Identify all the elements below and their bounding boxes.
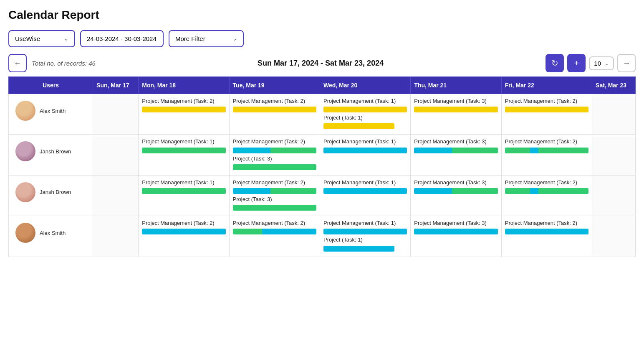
user-name: Alex Smith bbox=[40, 230, 66, 236]
fri-cell: Project Management (Task: 2) bbox=[501, 175, 592, 216]
task-label: Project Management (Task: 3) bbox=[414, 219, 498, 227]
calendar-table: Users Sun, Mar 17 Mon, Mar 18 Tue, Mar 1… bbox=[8, 76, 636, 257]
task-label: Project Management (Task: 1) bbox=[323, 179, 407, 186]
col-tue: Tue, Mar 19 bbox=[229, 77, 320, 94]
mon-cell: Project Management (Task: 1) bbox=[139, 135, 229, 175]
page-size-value: 10 bbox=[594, 60, 601, 67]
task-label: Project (Task: 1) bbox=[323, 236, 407, 244]
user-cell: Alex Smith bbox=[9, 216, 93, 257]
mon-cell: Project Management (Task: 2) bbox=[139, 94, 229, 135]
task-label: Project Management (Task: 2) bbox=[142, 219, 225, 227]
user-cell: Alex Smith bbox=[9, 94, 93, 135]
task-bar bbox=[142, 148, 225, 153]
toolbar: ← Total no. of records: 46 Sun Mar 17, 2… bbox=[8, 54, 636, 72]
task-bar bbox=[233, 148, 316, 153]
task-bar bbox=[505, 188, 588, 194]
company-filter[interactable]: UseWise ⌄ bbox=[8, 30, 75, 47]
task-label: Project Management (Task: 2) bbox=[233, 138, 316, 145]
tue-cell: Project Management (Task: 2) bbox=[229, 94, 320, 135]
date-filter[interactable]: 24-03-2024 - 30-03-2024 bbox=[80, 30, 164, 47]
date-range-title: Sun Mar 17, 2024 - Sat Mar 23, 2024 bbox=[258, 59, 384, 67]
col-mon: Mon, Mar 18 bbox=[139, 77, 229, 94]
toolbar-left: ← Total no. of records: 46 bbox=[8, 54, 96, 72]
task-bar bbox=[142, 188, 225, 194]
task-bar bbox=[505, 148, 588, 153]
sun-cell bbox=[93, 175, 139, 216]
task-bar bbox=[414, 107, 498, 112]
task-bar bbox=[233, 164, 316, 170]
sat-cell bbox=[592, 216, 636, 257]
user-cell: Jansh Brown bbox=[9, 135, 93, 175]
fri-cell: Project Management (Task: 2) bbox=[501, 135, 592, 175]
sun-cell bbox=[93, 216, 139, 257]
col-thu: Thu, Mar 21 bbox=[411, 77, 501, 94]
task-label: Project Management (Task: 2) bbox=[233, 179, 316, 186]
task-label: Project Management (Task: 2) bbox=[142, 97, 225, 105]
task-label: Project (Task: 1) bbox=[323, 114, 407, 122]
task-label: Project Management (Task: 1) bbox=[323, 219, 407, 227]
col-sun: Sun, Mar 17 bbox=[93, 77, 139, 94]
thu-cell: Project Management (Task: 3) bbox=[411, 175, 501, 216]
next-button[interactable]: → bbox=[617, 54, 636, 72]
sat-cell bbox=[592, 94, 636, 135]
table-row: Alex Smith Project Management (Task: 2) … bbox=[9, 94, 636, 135]
task-bar bbox=[142, 107, 225, 112]
page-size-select[interactable]: 10 ⌄ bbox=[589, 56, 614, 70]
tue-cell: Project Management (Task: 2) bbox=[229, 216, 320, 257]
toolbar-right: ↻ + 10 ⌄ → bbox=[546, 54, 636, 72]
task-label: Project (Task: 3) bbox=[233, 196, 316, 203]
chevron-down-icon: ⌄ bbox=[604, 60, 609, 66]
task-label: Project Management (Task: 1) bbox=[323, 138, 407, 145]
task-bar bbox=[233, 107, 316, 112]
task-bar bbox=[414, 148, 498, 153]
filters-bar: UseWise ⌄ 24-03-2024 - 30-03-2024 More F… bbox=[8, 30, 636, 47]
wed-cell: Project Management (Task: 1) bbox=[320, 175, 410, 216]
task-bar bbox=[323, 188, 407, 194]
avatar bbox=[15, 101, 35, 121]
task-label: Project Management (Task: 1) bbox=[142, 138, 225, 145]
task-label: Project Management (Task: 2) bbox=[505, 138, 588, 145]
wed-cell: Project Management (Task: 1) bbox=[320, 135, 410, 175]
mon-cell: Project Management (Task: 1) bbox=[139, 175, 229, 216]
thu-cell: Project Management (Task: 3) bbox=[411, 216, 501, 257]
user-cell: Jansh Brown bbox=[9, 175, 93, 216]
thu-cell: Project Management (Task: 3) bbox=[411, 94, 501, 135]
fri-cell: Project Management (Task: 2) bbox=[501, 216, 592, 257]
task-label: Project (Task: 3) bbox=[233, 155, 316, 163]
wed-cell: Project Management (Task: 1) Project (Ta… bbox=[320, 94, 410, 135]
mon-cell: Project Management (Task: 2) bbox=[139, 216, 229, 257]
current-date-range: Sun Mar 17, 2024 - Sat Mar 23, 2024 bbox=[258, 59, 384, 68]
page-title: Calendar Report bbox=[8, 8, 636, 22]
table-row: Jansh Brown Project Management (Task: 1)… bbox=[9, 135, 636, 175]
task-bar bbox=[233, 229, 316, 234]
add-button[interactable]: + bbox=[567, 54, 586, 72]
task-label: Project Management (Task: 1) bbox=[142, 179, 225, 186]
sun-cell bbox=[93, 94, 139, 135]
user-name: Jansh Brown bbox=[40, 148, 71, 155]
task-bar bbox=[414, 188, 498, 194]
fri-cell: Project Management (Task: 2) bbox=[501, 94, 592, 135]
user-name: Jansh Brown bbox=[40, 189, 71, 195]
records-count: Total no. of records: 46 bbox=[32, 60, 96, 67]
refresh-button[interactable]: ↻ bbox=[546, 54, 564, 72]
col-users: Users bbox=[9, 77, 93, 94]
table-row: Jansh Brown Project Management (Task: 1)… bbox=[9, 175, 636, 216]
wed-cell: Project Management (Task: 1) Project (Ta… bbox=[320, 216, 410, 257]
task-label: Project Management (Task: 2) bbox=[505, 179, 588, 186]
tue-cell: Project Management (Task: 2) Project (Ta… bbox=[229, 135, 320, 175]
col-wed: Wed, Mar 20 bbox=[320, 77, 410, 94]
task-bar bbox=[323, 229, 407, 234]
prev-button[interactable]: ← bbox=[8, 54, 27, 72]
sat-cell bbox=[592, 175, 636, 216]
task-bar bbox=[323, 246, 394, 252]
task-bar bbox=[505, 229, 588, 234]
task-label: Project Management (Task: 3) bbox=[414, 138, 498, 145]
task-label: Project Management (Task: 2) bbox=[233, 219, 316, 227]
more-filter[interactable]: More Filter ⌄ bbox=[169, 30, 244, 47]
date-filter-value: 24-03-2024 - 30-03-2024 bbox=[87, 35, 157, 42]
task-bar bbox=[414, 229, 498, 234]
col-sat: Sat, Mar 23 bbox=[592, 77, 636, 94]
task-bar bbox=[233, 188, 316, 194]
tue-cell: Project Management (Task: 2) Project (Ta… bbox=[229, 175, 320, 216]
task-label: Project Management (Task: 2) bbox=[233, 97, 316, 105]
